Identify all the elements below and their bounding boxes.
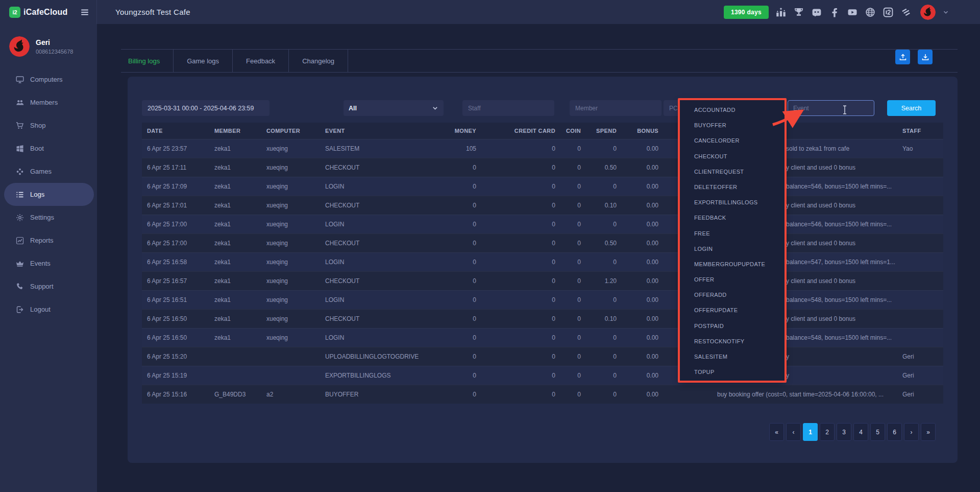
table-row: 6 Apr 25 16:50zeka1xueqingLOGIN00000.00b… bbox=[142, 328, 943, 347]
cell-credit_card: 0 bbox=[477, 296, 556, 303]
logo[interactable]: i2 iCafeCloud bbox=[0, 0, 97, 24]
dropdown-option-feedback[interactable]: FEEDBACK bbox=[680, 210, 785, 225]
member-filter-input[interactable] bbox=[570, 100, 662, 116]
table-row: 6 Apr 25 17:09zeka1xueqingLOGIN00000.00b… bbox=[142, 177, 943, 196]
cell-money: 0 bbox=[438, 353, 477, 360]
column-header-bonus: BONUS bbox=[618, 128, 659, 134]
sidebar-item-games[interactable]: Games bbox=[0, 160, 97, 183]
cell-event: CHECKOUT bbox=[320, 315, 438, 322]
sidebar-item-shop[interactable]: Shop bbox=[0, 114, 97, 137]
dropdown-option-deleteoffer[interactable]: DELETEOFFER bbox=[680, 179, 785, 195]
cell-spend: 1.20 bbox=[582, 277, 618, 285]
page-button-1[interactable]: 1 bbox=[803, 423, 818, 441]
first-page-button[interactable]: « bbox=[769, 423, 784, 441]
youngzsoft-icon[interactable] bbox=[900, 7, 912, 18]
dropdown-option-offerupdate[interactable]: OFFERUPDATE bbox=[680, 302, 785, 318]
dropdown-option-offeradd[interactable]: OFFERADD bbox=[680, 287, 785, 302]
page-button-6[interactable]: 6 bbox=[887, 423, 902, 441]
cell-money: 0 bbox=[438, 372, 477, 379]
avatar[interactable] bbox=[9, 36, 30, 57]
sidebar-item-reports[interactable]: Reports bbox=[0, 229, 97, 252]
cell-computer: a2 bbox=[261, 391, 320, 398]
column-header-money: MONEY bbox=[438, 128, 477, 134]
date-range-input[interactable] bbox=[142, 100, 270, 116]
user-avatar[interactable] bbox=[920, 5, 936, 20]
cell-money: 105 bbox=[438, 145, 477, 152]
cell-computer: xueqing bbox=[261, 296, 320, 303]
sidebar-item-settings[interactable]: Settings bbox=[0, 206, 97, 229]
chevron-down-icon bbox=[432, 105, 438, 111]
dropdown-option-membergroupupdate[interactable]: MEMBERGROUPUPDATE bbox=[680, 256, 785, 272]
license-days-badge[interactable]: 1390 days bbox=[724, 6, 769, 19]
dropdown-option-postpaid[interactable]: POSTPAID bbox=[680, 318, 785, 334]
chevron-down-icon[interactable] bbox=[942, 9, 949, 16]
discord-icon[interactable] bbox=[811, 7, 822, 18]
globe-icon[interactable] bbox=[865, 7, 876, 18]
cell-member: zeka1 bbox=[209, 259, 261, 266]
dropdown-option-offer[interactable]: OFFER bbox=[680, 272, 785, 287]
cell-computer: xueqing bbox=[261, 240, 320, 247]
cell-computer: xueqing bbox=[261, 334, 320, 341]
youtube-icon[interactable] bbox=[847, 7, 858, 18]
sidebar-item-label: Games bbox=[30, 168, 52, 175]
dropdown-option-cancelorder[interactable]: CANCELORDER bbox=[680, 133, 785, 148]
log-type-select[interactable]: All bbox=[344, 100, 444, 116]
event-type-dropdown: ACCOUNTADDBUYOFFERCANCELORDERCHECKOUTCLI… bbox=[680, 100, 785, 381]
dropdown-option-buyoffer[interactable]: BUYOFFER bbox=[680, 118, 785, 133]
sidebar-item-boot[interactable]: Boot bbox=[0, 137, 97, 160]
table-row: 6 Apr 25 17:11zeka1xueqingCHECKOUT0000.5… bbox=[142, 158, 943, 177]
sidebar-item-logout[interactable]: Logout bbox=[0, 298, 97, 321]
column-header-coin: COIN bbox=[556, 128, 582, 134]
cell-event: SALESITEM bbox=[320, 145, 438, 152]
tab-game-logs[interactable]: Game logs bbox=[174, 50, 233, 72]
next-page-button[interactable]: › bbox=[904, 423, 919, 441]
dropdown-option-restocknotify[interactable]: RESTOCKNOTIFY bbox=[680, 334, 785, 349]
ranking-icon[interactable] bbox=[775, 7, 787, 18]
sidebar-item-logs[interactable]: Logs bbox=[4, 183, 94, 206]
event-filter-input[interactable] bbox=[788, 100, 874, 116]
page-button-5[interactable]: 5 bbox=[870, 423, 885, 441]
sidebar-item-support[interactable]: Support bbox=[0, 275, 97, 298]
download-button[interactable] bbox=[918, 50, 933, 64]
dropdown-option-topup[interactable]: TOPUP bbox=[680, 364, 785, 380]
cafe-title: Youngzsoft Test Cafe bbox=[115, 8, 190, 16]
icafecloud-icon[interactable] bbox=[883, 7, 894, 18]
cell-coin: 0 bbox=[556, 315, 582, 322]
page-button-3[interactable]: 3 bbox=[837, 423, 851, 441]
cell-event: CHECKOUT bbox=[320, 240, 438, 247]
dropdown-option-salesitem[interactable]: SALESITEM bbox=[680, 349, 785, 364]
facebook-icon[interactable] bbox=[829, 7, 840, 18]
cell-event: BUYOFFER bbox=[320, 391, 438, 398]
prev-page-button[interactable]: ‹ bbox=[786, 423, 801, 441]
tab-changelog[interactable]: Changelog bbox=[289, 50, 348, 72]
dropdown-option-login[interactable]: LOGIN bbox=[680, 241, 785, 256]
sidebar-item-members[interactable]: Members bbox=[0, 91, 97, 114]
logout-icon bbox=[15, 305, 24, 314]
page-button-4[interactable]: 4 bbox=[853, 423, 868, 441]
last-page-button[interactable]: » bbox=[921, 423, 936, 441]
dropdown-option-accountadd[interactable]: ACCOUNTADD bbox=[680, 102, 785, 118]
billing-logs-card: All Search DATEMEMBERCOMPUTEREVENTMONEYC… bbox=[128, 77, 958, 463]
sidebar-item-computers[interactable]: Computers bbox=[0, 68, 97, 91]
tab-feedback[interactable]: Feedback bbox=[233, 50, 289, 72]
search-button[interactable]: Search bbox=[887, 100, 936, 116]
tab-billing-logs[interactable]: Billing logs bbox=[121, 50, 174, 72]
trophy-icon[interactable] bbox=[793, 7, 804, 18]
cell-bonus: 0.00 bbox=[618, 259, 659, 266]
upload-button[interactable] bbox=[895, 50, 910, 64]
dropdown-option-exportbillinglogs[interactable]: EXPORTBILLINGLOGS bbox=[680, 195, 785, 210]
dropdown-option-free[interactable]: FREE bbox=[680, 226, 785, 241]
cell-event: UPLOADBILLINGLOGTOGDRIVE bbox=[320, 353, 438, 360]
cell-staff: Yao bbox=[897, 145, 943, 152]
cell-date: 6 Apr 25 16:50 bbox=[142, 334, 209, 341]
page-button-2[interactable]: 2 bbox=[820, 423, 835, 441]
sidebar-item-events[interactable]: Events bbox=[0, 252, 97, 275]
sidebar-toggle-hamburger-icon[interactable] bbox=[80, 8, 89, 17]
cell-credit_card: 0 bbox=[477, 277, 556, 285]
cell-spend: 0 bbox=[582, 145, 618, 152]
staff-filter-input[interactable] bbox=[462, 100, 554, 116]
dropdown-option-clientrequest[interactable]: CLIENTREQUEST bbox=[680, 164, 785, 179]
cell-computer: xueqing bbox=[261, 315, 320, 322]
sidebar-item-label: Settings bbox=[30, 214, 54, 221]
dropdown-option-checkout[interactable]: CHECKOUT bbox=[680, 149, 785, 164]
